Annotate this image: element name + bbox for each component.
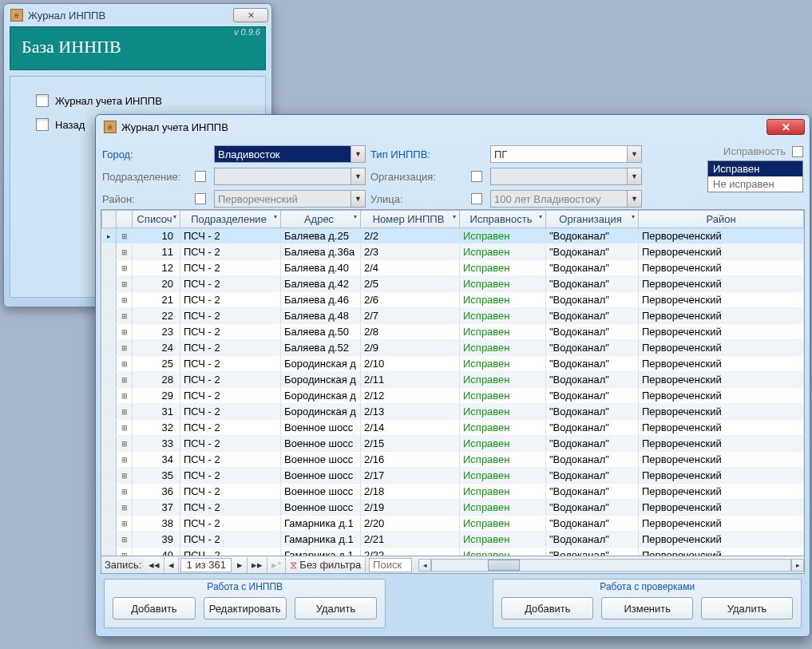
parent-titlebar[interactable]: Журнал ИНППВ ✕ [4,4,271,26]
row-selector[interactable] [102,516,117,532]
table-row[interactable]: ⊞31ПСЧ - 2Бородинская д2/13Исправен"Водо… [102,404,804,420]
scroll-right-icon[interactable]: ▸ [791,559,804,572]
subdiv-checkbox[interactable] [195,171,206,182]
table-row[interactable]: ⊞29ПСЧ - 2Бородинская д2/12Исправен"Водо… [102,388,804,404]
inppv-edit-button[interactable]: Редактировать [204,597,287,619]
expand-icon[interactable]: ⊞ [117,516,133,532]
expand-icon[interactable]: ⊞ [117,548,133,557]
table-row[interactable]: ⊞21ПСЧ - 2Баляева д.462/6Исправен"Водока… [102,292,804,308]
expand-icon[interactable]: ⊞ [117,308,133,324]
nav-new-button[interactable]: ▸* [267,557,286,573]
row-selector[interactable] [102,548,117,557]
menu-journal-checkbox[interactable] [36,94,49,107]
row-selector[interactable] [102,340,117,356]
chevron-down-icon[interactable]: ▼ [627,191,641,207]
expand-icon[interactable]: ⊞ [117,452,133,468]
table-row[interactable]: ⊞36ПСЧ - 2Военное шосс2/18Исправен"Водок… [102,484,804,500]
state-checkbox[interactable] [792,146,803,157]
expand-icon[interactable]: ⊞ [117,484,133,500]
child-titlebar[interactable]: Журнал учета ИНППВ ✕ [96,115,810,139]
row-selector[interactable] [102,244,117,260]
table-row[interactable]: ⊞40ПСЧ - 2Гамарника д.12/22Исправен"Водо… [102,548,804,557]
col-number[interactable]: Номер ИНППВ▾ [361,211,460,228]
row-selector[interactable] [102,324,117,340]
street-combo[interactable]: 100 лет Владивостоку ▼ [490,190,642,208]
row-selector-header[interactable] [102,211,117,228]
scroll-track[interactable] [431,559,791,572]
row-selector[interactable] [102,356,117,372]
expand-icon[interactable]: ⊞ [117,500,133,516]
street-checkbox[interactable] [471,193,482,204]
table-row[interactable]: ⊞23ПСЧ - 2Баляева д.502/8Исправен"Водока… [102,324,804,340]
expand-icon[interactable]: ⊞ [117,244,133,260]
row-selector[interactable] [102,308,117,324]
row-selector[interactable] [102,436,117,452]
table-row[interactable]: ⊞12ПСЧ - 2Баляева д.402/4Исправен"Водока… [102,260,804,276]
col-org[interactable]: Организация▾ [546,211,639,228]
table-row[interactable]: ⊞37ПСЧ - 2Военное шосс2/19Исправен"Водок… [102,500,804,516]
checks-add-button[interactable]: Добавить [501,597,593,619]
row-selector[interactable] [102,468,117,484]
expand-icon[interactable]: ⊞ [117,404,133,420]
state-bad[interactable]: Не исправен [708,176,802,192]
row-selector[interactable] [102,532,117,548]
nav-prev-button[interactable]: ◂ [164,557,179,573]
expand-icon[interactable]: ⊞ [117,324,133,340]
table-row[interactable]: ⊞10ПСЧ - 2Баляева д.252/2Исправен"Водока… [102,228,804,244]
row-selector[interactable] [102,228,117,244]
table-row[interactable]: ⊞28ПСЧ - 2Бородинская д2/11Исправен"Водо… [102,372,804,388]
expand-icon[interactable]: ⊞ [117,388,133,404]
table-row[interactable]: ⊞33ПСЧ - 2Военное шосс2/15Исправен"Водок… [102,436,804,452]
row-selector[interactable] [102,404,117,420]
child-close-button[interactable]: ✕ [766,119,805,135]
nav-first-button[interactable]: ◂◂ [145,557,164,573]
table-row[interactable]: ⊞35ПСЧ - 2Военное шосс2/17Исправен"Водок… [102,468,804,484]
row-selector[interactable] [102,372,117,388]
inppv-delete-button[interactable]: Удалить [295,597,378,619]
table-row[interactable]: ⊞39ПСЧ - 2Гамарника д.12/21Исправен"Водо… [102,532,804,548]
nav-last-button[interactable]: ▸▸ [248,557,267,573]
expand-icon[interactable]: ⊞ [117,276,133,292]
horizontal-scrollbar[interactable]: ◂ ▸ [418,559,804,572]
nav-next-button[interactable]: ▸ [233,557,248,573]
district-checkbox[interactable] [195,193,206,204]
expand-icon[interactable]: ⊞ [117,468,133,484]
expand-header[interactable] [117,211,133,228]
row-selector[interactable] [102,484,117,500]
table-row[interactable]: ⊞25ПСЧ - 2Бородинская д2/10Исправен"Водо… [102,356,804,372]
table-row[interactable]: ⊞22ПСЧ - 2Баляева д.482/7Исправен"Водока… [102,308,804,324]
col-district[interactable]: Район [639,211,804,228]
menu-journal-label[interactable]: Журнал учета ИНППВ [55,95,162,107]
chevron-down-icon[interactable]: ▼ [351,191,365,207]
state-list[interactable]: Исправен Не исправен [707,160,803,192]
col-state[interactable]: Исправность▾ [460,211,546,228]
expand-icon[interactable]: ⊞ [117,532,133,548]
col-address[interactable]: Адрес▾ [281,211,361,228]
nav-search-input[interactable]: Поиск [369,558,412,572]
expand-icon[interactable]: ⊞ [117,228,133,244]
row-selector[interactable] [102,388,117,404]
menu-back-checkbox[interactable] [36,118,49,131]
chevron-down-icon[interactable]: ▼ [351,146,365,162]
expand-icon[interactable]: ⊞ [117,260,133,276]
expand-icon[interactable]: ⊞ [117,436,133,452]
scroll-left-icon[interactable]: ◂ [418,559,431,572]
scroll-thumb[interactable] [488,560,520,571]
col-list[interactable]: Списоч▾ [133,211,180,228]
nav-nofilter-button[interactable]: ⧖ Без фильтра [286,557,366,573]
district-combo[interactable]: Первореченский ▼ [214,190,366,208]
checks-delete-button[interactable]: Удалить [701,597,793,619]
subdiv-combo[interactable]: ▼ [214,168,366,185]
checks-edit-button[interactable]: Изменить [601,597,693,619]
state-ok[interactable]: Исправен [708,161,802,176]
table-row[interactable]: ⊞32ПСЧ - 2Военное шосс2/14Исправен"Водок… [102,420,804,436]
table-row[interactable]: ⊞20ПСЧ - 2Баляева д.422/5Исправен"Водока… [102,276,804,292]
expand-icon[interactable]: ⊞ [117,356,133,372]
chevron-down-icon[interactable]: ▼ [627,168,641,184]
table-row[interactable]: ⊞24ПСЧ - 2Баляева д.522/9Исправен"Водока… [102,340,804,356]
parent-close-button[interactable]: ✕ [233,8,268,22]
expand-icon[interactable]: ⊞ [117,420,133,436]
row-selector[interactable] [102,260,117,276]
menu-back-label[interactable]: Назад [55,119,85,131]
chevron-down-icon[interactable]: ▼ [627,146,641,162]
